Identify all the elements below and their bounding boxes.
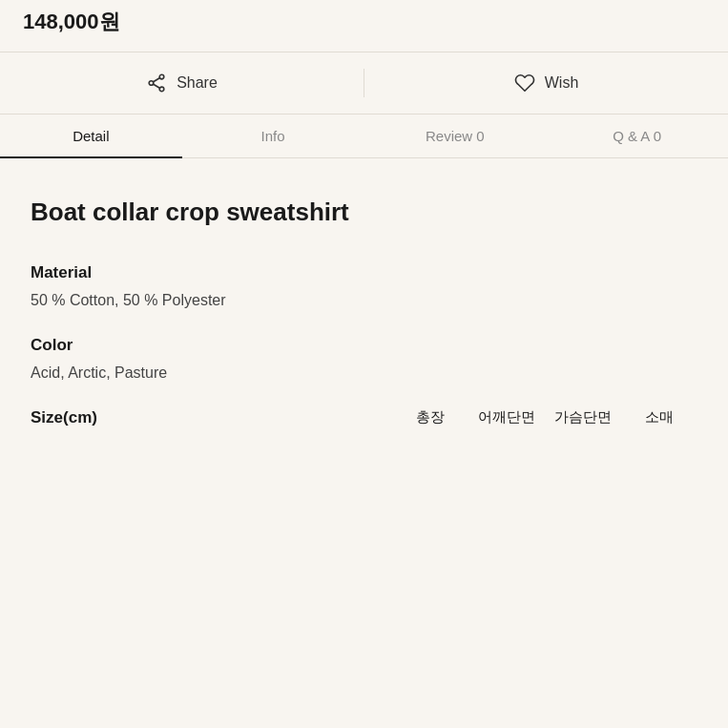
material-value: 50 % Cotton, 50 % Polyester [31, 292, 697, 309]
tab-detail[interactable]: Detail [0, 114, 182, 157]
tab-qna[interactable]: Q & A 0 [546, 114, 728, 157]
size-col-1: 어깨단면 [468, 408, 545, 426]
size-col-0: 총장 [392, 408, 468, 426]
tabs-container: Detail Info Review 0 Q & A 0 [0, 114, 728, 158]
price-bar: 148,000원 [0, 0, 728, 52]
color-label: Color [31, 336, 697, 355]
product-price: 148,000원 [23, 10, 120, 33]
tab-review[interactable]: Review 0 [364, 114, 547, 157]
size-col-2: 가슴단면 [545, 408, 621, 426]
tab-info[interactable]: Info [182, 114, 364, 157]
svg-line-3 [154, 84, 160, 88]
size-col-3: 소매 [621, 408, 697, 426]
content-area: Boat collar crop sweatshirt Material 50 … [0, 158, 728, 458]
share-label: Share [177, 74, 218, 92]
wish-button[interactable]: Wish [364, 52, 728, 114]
material-label: Material [31, 263, 697, 282]
share-icon [146, 73, 167, 94]
action-bar: Share Wish [0, 52, 728, 114]
size-label: Size(cm) [31, 408, 126, 427]
wish-label: Wish [545, 74, 579, 92]
product-title: Boat collar crop sweatshirt [31, 197, 697, 229]
svg-line-4 [154, 78, 160, 82]
heart-icon [514, 73, 535, 94]
color-value: Acid, Arctic, Pasture [31, 364, 697, 382]
share-button[interactable]: Share [0, 52, 364, 114]
size-header: Size(cm) 총장 어깨단면 가슴단면 소매 [31, 408, 697, 427]
